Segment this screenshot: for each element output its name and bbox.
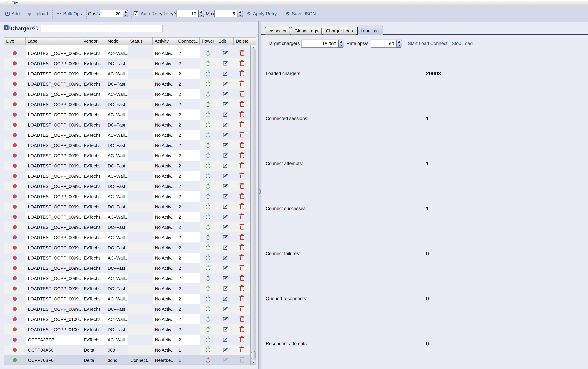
edit-button[interactable] — [216, 69, 234, 79]
delete-button[interactable] — [234, 202, 250, 212]
delete-button[interactable] — [234, 335, 250, 345]
edit-button[interactable] — [216, 48, 234, 58]
power-button[interactable] — [200, 283, 216, 294]
max-input[interactable] — [214, 10, 237, 17]
table-row[interactable]: LOADTEST_OCPP_0099... EvTechs DC–Fast No… — [4, 140, 250, 150]
power-button[interactable] — [200, 171, 216, 181]
power-button[interactable] — [200, 89, 216, 99]
retry-seconds-input[interactable] — [176, 10, 198, 17]
column-header[interactable]: Connect... — [176, 38, 200, 45]
tab-load-test[interactable]: Load Test — [357, 26, 383, 35]
table-row[interactable]: LOADTEST_OCPP_0099... EvTechs AC–Wall...… — [4, 69, 250, 79]
delete-button[interactable] — [234, 191, 250, 202]
delete-button[interactable] — [234, 181, 250, 191]
split-pane-divider[interactable] — [258, 21, 261, 369]
edit-button[interactable] — [216, 335, 234, 345]
delete-button[interactable] — [234, 273, 250, 283]
power-button[interactable] — [200, 222, 216, 232]
start-load-connect-button[interactable]: Start Load Connect — [408, 40, 448, 48]
column-header[interactable]: Power — [200, 38, 216, 45]
table-row[interactable]: LOADTEST_OCPP_0099... EvTechs AC–Wall...… — [4, 253, 250, 263]
power-button[interactable] — [200, 79, 216, 89]
table-row[interactable]: LOADTEST_OCPP_0099... EvTechs DC–Fast No… — [4, 222, 250, 232]
rate-ops-input[interactable] — [371, 40, 396, 48]
delete-button[interactable] — [234, 150, 250, 161]
edit-button[interactable] — [216, 89, 234, 99]
table-row[interactable]: LOADTEST_OCPP_0099... EvTechs DC–Fast No… — [4, 99, 250, 110]
edit-button[interactable] — [216, 304, 234, 314]
power-button[interactable] — [200, 48, 216, 58]
power-button[interactable] — [200, 130, 216, 140]
table-row[interactable]: LOADTEST_OCPP_0099... EvTechs DC–Fast No… — [4, 202, 250, 212]
delete-button[interactable] — [234, 171, 250, 181]
power-button[interactable] — [200, 202, 216, 212]
edit-button[interactable] — [216, 345, 234, 355]
power-button[interactable] — [200, 58, 216, 69]
delete-button[interactable] — [234, 130, 250, 140]
rate-ops-stepper[interactable] — [396, 40, 402, 48]
power-button[interactable] — [200, 294, 216, 304]
ops-per-sec-stepper[interactable] — [123, 10, 128, 17]
power-button[interactable] — [200, 191, 216, 202]
table-row[interactable]: LOADTEST_OCPP_0099... EvTechs DC–Fast No… — [4, 120, 250, 130]
ops-per-sec-input[interactable] — [100, 10, 123, 17]
table-row[interactable]: LOADTEST_OCPP_0099... EvTechs DC–Fast No… — [4, 79, 250, 89]
delete-button[interactable] — [234, 89, 250, 99]
table-row[interactable]: LOADTEST_OCPP_0099... EvTechs AC–Wall...… — [4, 191, 250, 202]
delete-button[interactable] — [234, 355, 250, 365]
power-button[interactable] — [200, 324, 216, 335]
scroll-up-arrow-icon[interactable]: ▲ — [251, 45, 256, 50]
tab-charger-logs[interactable]: Charger Logs — [323, 27, 356, 35]
edit-button[interactable] — [216, 161, 234, 171]
edit-button[interactable] — [216, 99, 234, 110]
column-header[interactable]: Live — [4, 38, 26, 45]
auto-retry-checkbox[interactable]: ✓ — [134, 6, 138, 21]
edit-button[interactable] — [216, 314, 234, 324]
table-row[interactable]: LOADTEST_OCPP_0099... EvTechs DC–Fast No… — [4, 283, 250, 294]
add-button[interactable]: Add — [5, 6, 20, 21]
power-button[interactable] — [200, 150, 216, 161]
max-stepper[interactable] — [237, 10, 243, 17]
edit-button[interactable] — [216, 140, 234, 150]
power-button[interactable] — [200, 110, 216, 120]
power-button[interactable] — [200, 99, 216, 110]
retry-seconds-stepper[interactable] — [198, 10, 204, 17]
table-row[interactable]: LOADTEST_OCPP_0099... EvTechs DC–Fast No… — [4, 243, 250, 253]
table-row[interactable]: LOADTEST_OCPP_0099... EvTechs AC–Wall...… — [4, 130, 250, 140]
delete-button[interactable] — [234, 110, 250, 120]
delete-button[interactable] — [234, 48, 250, 58]
delete-button[interactable] — [234, 294, 250, 304]
apply-retry-button[interactable]: ⚙ Apply Retry — [247, 6, 277, 21]
edit-button[interactable] — [216, 58, 234, 69]
power-button[interactable] — [200, 273, 216, 283]
table-row[interactable]: LOADTEST_OCPP_0099... EvTechs DC–Fast No… — [4, 304, 250, 314]
delete-button[interactable] — [234, 161, 250, 171]
table-row[interactable]: LOADTEST_OCPP_0099... EvTechs AC–Wall...… — [4, 110, 250, 120]
delete-button[interactable] — [234, 283, 250, 294]
table-row[interactable]: LOADTEST_OCPP_0099... EvTechs AC–Wall...… — [4, 294, 250, 304]
delete-button[interactable] — [234, 345, 250, 355]
column-header[interactable]: Vendor — [81, 38, 105, 45]
edit-button[interactable] — [216, 355, 234, 365]
table-row[interactable]: LOADTEST_OCPP_0099... EvTechs DC–Fast No… — [4, 263, 250, 273]
delete-button[interactable] — [234, 140, 250, 150]
column-header[interactable]: Delete — [234, 38, 250, 45]
edit-button[interactable] — [216, 294, 234, 304]
delete-button[interactable] — [234, 212, 250, 222]
power-button[interactable] — [200, 140, 216, 150]
divider-grip[interactable] — [259, 189, 260, 194]
column-header[interactable]: Edit — [216, 38, 234, 45]
table-row[interactable]: LOADTEST_OCPP_0099... EvTechs DC–Fast No… — [4, 181, 250, 191]
power-button[interactable] — [200, 232, 216, 243]
power-button[interactable] — [200, 212, 216, 222]
table-row[interactable]: LOADTEST_OCPP_0100... EvTechs AC–Wall...… — [4, 314, 250, 324]
delete-button[interactable] — [234, 324, 250, 335]
table-row[interactable]: OCPPA3BC7 EvTechs AC–Wall... No Activ...… — [4, 335, 250, 345]
delete-button[interactable] — [234, 69, 250, 79]
edit-button[interactable] — [216, 273, 234, 283]
table-row[interactable]: LOADTEST_OCPP_0099... EvTechs AC–Wall...… — [4, 89, 250, 99]
power-button[interactable] — [200, 120, 216, 130]
column-header[interactable]: Activity — [153, 38, 176, 45]
table-row[interactable]: LOADTEST_OCPP_0099... EvTechs AC–Wall...… — [4, 48, 250, 58]
edit-button[interactable] — [216, 243, 234, 253]
